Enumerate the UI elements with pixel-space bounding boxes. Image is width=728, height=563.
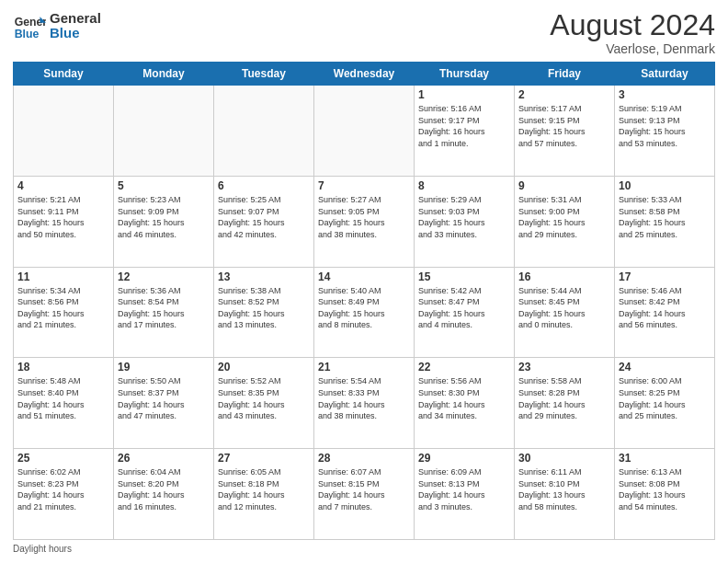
calendar-week-row: 18Sunrise: 5:48 AM Sunset: 8:40 PM Dayli… — [14, 358, 715, 449]
day-info: Sunrise: 5:58 AM Sunset: 8:28 PM Dayligh… — [518, 375, 610, 421]
day-info: Sunrise: 5:27 AM Sunset: 9:05 PM Dayligh… — [318, 194, 410, 240]
day-info: Sunrise: 5:48 AM Sunset: 8:40 PM Dayligh… — [17, 375, 109, 421]
day-number: 5 — [118, 179, 210, 192]
footer-note: Daylight hours — [13, 544, 715, 554]
day-info: Sunrise: 5:36 AM Sunset: 8:54 PM Dayligh… — [118, 285, 210, 331]
day-number: 17 — [619, 270, 711, 283]
day-info: Sunrise: 5:34 AM Sunset: 8:56 PM Dayligh… — [17, 285, 109, 331]
table-row: 20Sunrise: 5:52 AM Sunset: 8:35 PM Dayli… — [214, 358, 314, 449]
day-number: 11 — [17, 270, 109, 283]
day-info: Sunrise: 5:23 AM Sunset: 9:09 PM Dayligh… — [118, 194, 210, 240]
day-number: 6 — [218, 179, 310, 192]
day-info: Sunrise: 5:21 AM Sunset: 9:11 PM Dayligh… — [17, 194, 109, 240]
table-row: 7Sunrise: 5:27 AM Sunset: 9:05 PM Daylig… — [314, 176, 415, 267]
table-row: 23Sunrise: 5:58 AM Sunset: 8:28 PM Dayli… — [515, 358, 615, 449]
day-number: 31 — [619, 452, 711, 465]
calendar-week-row: 4Sunrise: 5:21 AM Sunset: 9:11 PM Daylig… — [14, 176, 715, 267]
day-info: Sunrise: 5:54 AM Sunset: 8:33 PM Dayligh… — [318, 375, 410, 421]
day-info: Sunrise: 6:07 AM Sunset: 8:15 PM Dayligh… — [318, 466, 410, 512]
day-info: Sunrise: 6:11 AM Sunset: 8:10 PM Dayligh… — [518, 466, 610, 512]
day-info: Sunrise: 6:04 AM Sunset: 8:20 PM Dayligh… — [118, 466, 210, 512]
logo-blue: Blue — [50, 26, 101, 41]
day-info: Sunrise: 5:29 AM Sunset: 9:03 PM Dayligh… — [418, 194, 510, 240]
col-thursday: Thursday — [415, 63, 515, 86]
table-row: 29Sunrise: 6:09 AM Sunset: 8:13 PM Dayli… — [415, 449, 515, 540]
table-row — [14, 86, 114, 177]
table-row: 30Sunrise: 6:11 AM Sunset: 8:10 PM Dayli… — [515, 449, 615, 540]
table-row: 16Sunrise: 5:44 AM Sunset: 8:45 PM Dayli… — [515, 267, 615, 358]
day-info: Sunrise: 5:25 AM Sunset: 9:07 PM Dayligh… — [218, 194, 310, 240]
page-header: General Blue General Blue August 2024 Va… — [13, 9, 715, 56]
day-number: 28 — [318, 452, 410, 465]
title-block: August 2024 Vaerlose, Denmark — [550, 9, 715, 56]
day-number: 13 — [218, 270, 310, 283]
calendar-week-row: 25Sunrise: 6:02 AM Sunset: 8:23 PM Dayli… — [14, 449, 715, 540]
day-number: 27 — [218, 452, 310, 465]
logo: General Blue General Blue — [13, 9, 101, 42]
daylight-label: Daylight hours — [13, 544, 72, 554]
table-row: 2Sunrise: 5:17 AM Sunset: 9:15 PM Daylig… — [515, 86, 615, 177]
day-number: 24 — [619, 361, 711, 373]
month-year: August 2024 — [550, 9, 715, 41]
day-info: Sunrise: 5:56 AM Sunset: 8:30 PM Dayligh… — [418, 375, 510, 421]
day-number: 3 — [619, 88, 711, 101]
svg-text:Blue: Blue — [15, 28, 40, 40]
table-row: 21Sunrise: 5:54 AM Sunset: 8:33 PM Dayli… — [314, 358, 415, 449]
col-friday: Friday — [515, 63, 615, 86]
table-row: 11Sunrise: 5:34 AM Sunset: 8:56 PM Dayli… — [14, 267, 114, 358]
day-number: 29 — [418, 452, 510, 465]
table-row: 14Sunrise: 5:40 AM Sunset: 8:49 PM Dayli… — [314, 267, 415, 358]
calendar-table: Sunday Monday Tuesday Wednesday Thursday… — [13, 62, 715, 540]
day-number: 1 — [418, 88, 510, 101]
day-number: 15 — [418, 270, 510, 283]
table-row: 26Sunrise: 6:04 AM Sunset: 8:20 PM Dayli… — [114, 449, 214, 540]
day-number: 16 — [518, 270, 610, 283]
day-number: 14 — [318, 270, 410, 283]
day-info: Sunrise: 5:31 AM Sunset: 9:00 PM Dayligh… — [518, 194, 610, 240]
logo-icon: General Blue — [13, 9, 46, 42]
table-row: 19Sunrise: 5:50 AM Sunset: 8:37 PM Dayli… — [114, 358, 214, 449]
table-row: 5Sunrise: 5:23 AM Sunset: 9:09 PM Daylig… — [114, 176, 214, 267]
calendar-week-row: 11Sunrise: 5:34 AM Sunset: 8:56 PM Dayli… — [14, 267, 715, 358]
day-number: 23 — [518, 361, 610, 373]
table-row: 15Sunrise: 5:42 AM Sunset: 8:47 PM Dayli… — [415, 267, 515, 358]
day-info: Sunrise: 5:16 AM Sunset: 9:17 PM Dayligh… — [418, 103, 510, 149]
table-row: 25Sunrise: 6:02 AM Sunset: 8:23 PM Dayli… — [14, 449, 114, 540]
day-info: Sunrise: 5:33 AM Sunset: 8:58 PM Dayligh… — [619, 194, 711, 240]
day-number: 7 — [318, 179, 410, 192]
day-info: Sunrise: 6:13 AM Sunset: 8:08 PM Dayligh… — [619, 466, 711, 512]
table-row: 28Sunrise: 6:07 AM Sunset: 8:15 PM Dayli… — [314, 449, 415, 540]
table-row: 24Sunrise: 6:00 AM Sunset: 8:25 PM Dayli… — [615, 358, 715, 449]
table-row: 6Sunrise: 5:25 AM Sunset: 9:07 PM Daylig… — [214, 176, 314, 267]
col-wednesday: Wednesday — [314, 63, 415, 86]
day-number: 12 — [118, 270, 210, 283]
day-number: 21 — [318, 361, 410, 373]
day-info: Sunrise: 5:52 AM Sunset: 8:35 PM Dayligh… — [218, 375, 310, 421]
day-info: Sunrise: 5:46 AM Sunset: 8:42 PM Dayligh… — [619, 285, 711, 331]
calendar-header-row: Sunday Monday Tuesday Wednesday Thursday… — [14, 63, 715, 86]
day-number: 10 — [619, 179, 711, 192]
table-row: 22Sunrise: 5:56 AM Sunset: 8:30 PM Dayli… — [415, 358, 515, 449]
day-number: 26 — [118, 452, 210, 465]
day-number: 18 — [17, 361, 109, 373]
day-number: 2 — [518, 88, 610, 101]
table-row: 12Sunrise: 5:36 AM Sunset: 8:54 PM Dayli… — [114, 267, 214, 358]
table-row: 8Sunrise: 5:29 AM Sunset: 9:03 PM Daylig… — [415, 176, 515, 267]
day-number: 22 — [418, 361, 510, 373]
table-row: 10Sunrise: 5:33 AM Sunset: 8:58 PM Dayli… — [615, 176, 715, 267]
day-number: 25 — [17, 452, 109, 465]
day-info: Sunrise: 5:40 AM Sunset: 8:49 PM Dayligh… — [318, 285, 410, 331]
logo-general: General — [50, 11, 101, 27]
day-info: Sunrise: 5:38 AM Sunset: 8:52 PM Dayligh… — [218, 285, 310, 331]
day-info: Sunrise: 5:19 AM Sunset: 9:13 PM Dayligh… — [619, 103, 711, 149]
day-number: 9 — [518, 179, 610, 192]
day-number: 4 — [17, 179, 109, 192]
col-sunday: Sunday — [14, 63, 114, 86]
day-info: Sunrise: 5:42 AM Sunset: 8:47 PM Dayligh… — [418, 285, 510, 331]
day-info: Sunrise: 5:17 AM Sunset: 9:15 PM Dayligh… — [518, 103, 610, 149]
col-monday: Monday — [114, 63, 214, 86]
table-row: 4Sunrise: 5:21 AM Sunset: 9:11 PM Daylig… — [14, 176, 114, 267]
table-row: 27Sunrise: 6:05 AM Sunset: 8:18 PM Dayli… — [214, 449, 314, 540]
table-row — [214, 86, 314, 177]
table-row: 18Sunrise: 5:48 AM Sunset: 8:40 PM Dayli… — [14, 358, 114, 449]
